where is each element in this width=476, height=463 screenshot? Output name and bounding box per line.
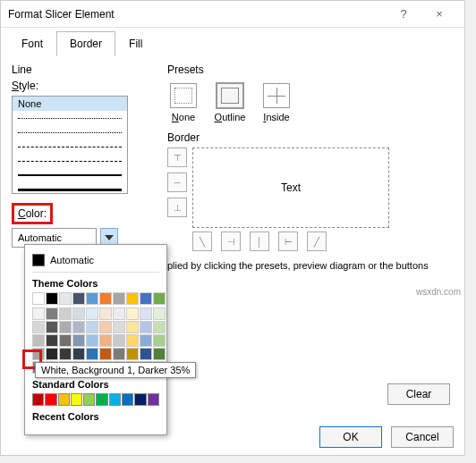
theme-swatch[interactable] — [126, 307, 139, 320]
border-right-button[interactable]: ⊢ — [278, 232, 298, 251]
theme-swatch[interactable] — [153, 348, 166, 360]
theme-swatch[interactable] — [126, 348, 139, 360]
helper-text: plied by clicking the presets, preview d… — [167, 260, 454, 271]
standard-swatch[interactable] — [122, 393, 133, 406]
tab-strip: Font Border Fill — [1, 28, 464, 56]
theme-swatch[interactable] — [32, 334, 45, 347]
standard-swatch[interactable] — [96, 393, 107, 406]
theme-swatch[interactable] — [113, 321, 125, 333]
presets-section-label: Presets — [167, 63, 454, 76]
theme-swatch[interactable] — [32, 321, 45, 333]
color-automatic[interactable]: Automatic — [32, 250, 159, 273]
theme-colors-grid — [32, 292, 159, 305]
standard-swatch[interactable] — [83, 393, 95, 406]
theme-swatch[interactable] — [46, 334, 58, 347]
theme-swatch[interactable] — [153, 307, 166, 320]
border-left-button[interactable]: ⊣ — [221, 232, 241, 251]
recent-colors-label: Recent Colors — [32, 411, 159, 422]
preset-inside[interactable]: Inside — [260, 83, 293, 122]
standard-swatch[interactable] — [71, 393, 82, 406]
theme-swatch[interactable] — [72, 321, 85, 333]
style-label: SStyle:tyle: — [12, 80, 146, 92]
clear-button[interactable]: Clear — [387, 383, 450, 405]
standard-swatch[interactable] — [45, 393, 56, 406]
theme-swatch[interactable] — [46, 292, 58, 305]
preset-outline[interactable]: Outline — [214, 83, 246, 122]
theme-swatch[interactable] — [59, 321, 72, 333]
standard-swatch[interactable] — [109, 393, 121, 406]
theme-swatch[interactable] — [99, 292, 112, 305]
theme-swatch[interactable] — [140, 334, 152, 347]
theme-swatch[interactable] — [113, 307, 125, 320]
close-button[interactable]: × — [421, 7, 457, 21]
help-button[interactable]: ? — [386, 7, 421, 21]
theme-swatch[interactable] — [86, 292, 98, 305]
theme-swatch[interactable] — [59, 292, 72, 305]
border-middle-h-button[interactable]: ─ — [167, 173, 187, 192]
standard-swatch[interactable] — [32, 393, 44, 406]
border-diag-up-button[interactable]: ╱ — [307, 232, 327, 251]
theme-swatch[interactable] — [72, 307, 85, 320]
line-style-list[interactable]: None — [12, 96, 128, 194]
theme-swatch[interactable] — [113, 292, 125, 305]
preset-none[interactable]: None — [167, 83, 200, 122]
theme-colors-label: Theme Colors — [32, 278, 159, 289]
theme-swatch[interactable] — [46, 321, 58, 333]
theme-swatch[interactable] — [140, 307, 152, 320]
theme-swatch[interactable] — [99, 307, 112, 320]
standard-colors-label: Standard Colors — [32, 379, 159, 390]
theme-swatch[interactable] — [72, 292, 85, 305]
color-picker-popup: Automatic Theme Colors Standard Colors R… — [24, 244, 167, 435]
theme-swatch[interactable] — [86, 334, 98, 347]
style-none[interactable]: None — [13, 97, 127, 111]
tab-fill[interactable]: Fill — [115, 31, 156, 56]
border-section-label: Border — [167, 131, 454, 144]
theme-swatch[interactable] — [59, 334, 72, 347]
cancel-button[interactable]: Cancel — [391, 426, 454, 448]
tab-border[interactable]: Border — [56, 31, 115, 56]
chevron-down-icon — [105, 235, 114, 240]
ok-button[interactable]: OK — [319, 426, 382, 448]
border-bottom-button[interactable]: ⊥ — [167, 198, 187, 217]
watermark: wsxdn.com — [416, 287, 461, 297]
border-top-button[interactable]: ⊤ — [167, 147, 187, 167]
theme-swatch[interactable] — [153, 292, 166, 305]
color-tooltip: White, Background 1, Darker 35% — [35, 362, 196, 378]
theme-swatch[interactable] — [99, 334, 112, 347]
theme-swatch[interactable] — [99, 321, 112, 333]
theme-swatch[interactable] — [59, 348, 72, 360]
standard-swatch[interactable] — [58, 393, 70, 406]
standard-swatch[interactable] — [148, 393, 159, 406]
window-title: Format Slicer Element — [8, 8, 386, 21]
theme-swatch[interactable] — [72, 348, 85, 360]
theme-swatch[interactable] — [140, 348, 152, 360]
theme-swatch[interactable] — [86, 321, 98, 333]
color-label: Color: — [12, 203, 53, 224]
tab-font[interactable]: Font — [8, 31, 56, 56]
theme-swatch[interactable] — [113, 334, 125, 347]
theme-swatch[interactable] — [99, 348, 112, 360]
theme-swatch[interactable] — [59, 307, 72, 320]
standard-swatch[interactable] — [134, 393, 146, 406]
theme-swatch[interactable] — [86, 307, 98, 320]
theme-swatch[interactable] — [72, 334, 85, 347]
theme-swatch[interactable] — [126, 321, 139, 333]
standard-colors-row — [32, 393, 159, 406]
titlebar: Format Slicer Element ? × — [1, 1, 464, 28]
theme-swatch[interactable] — [153, 334, 166, 347]
theme-swatch[interactable] — [153, 321, 166, 333]
theme-swatch[interactable] — [86, 348, 98, 360]
border-diag-down-button[interactable]: ╲ — [192, 232, 212, 251]
theme-swatch[interactable] — [126, 292, 139, 305]
format-slicer-dialog: Format Slicer Element ? × Font Border Fi… — [0, 0, 465, 456]
theme-swatch[interactable] — [126, 334, 139, 347]
theme-swatch[interactable] — [140, 292, 152, 305]
theme-swatch[interactable] — [32, 307, 45, 320]
theme-swatch[interactable] — [46, 307, 58, 320]
border-middle-v-button[interactable]: │ — [250, 232, 269, 251]
border-preview[interactable]: Text — [192, 147, 389, 228]
theme-swatch[interactable] — [46, 348, 58, 360]
theme-swatch[interactable] — [113, 348, 125, 360]
theme-swatch[interactable] — [140, 321, 152, 333]
theme-swatch[interactable] — [32, 292, 45, 305]
